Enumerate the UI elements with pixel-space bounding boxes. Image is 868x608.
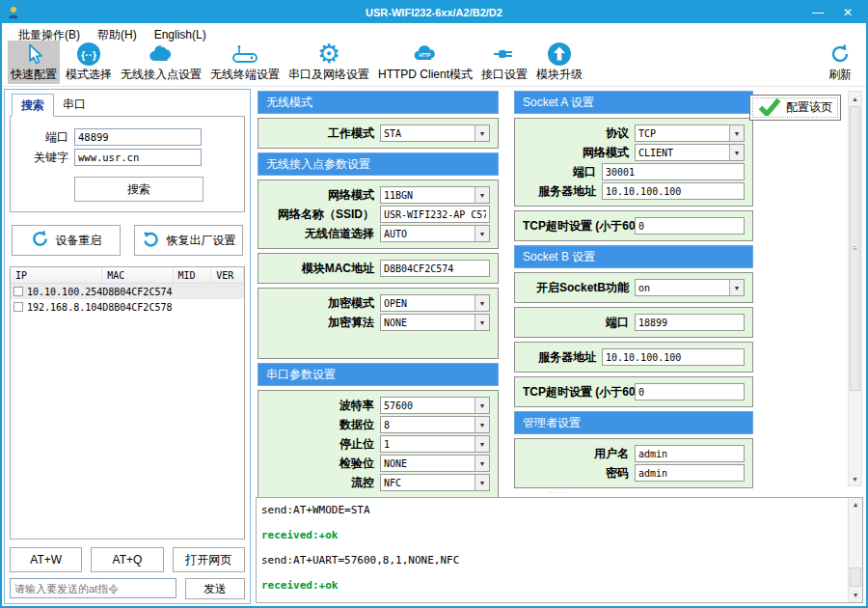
tab-serial[interactable]: 串口	[54, 94, 95, 117]
scroll-up-icon[interactable]: ▲	[849, 92, 861, 105]
socket-a-port-label: 端口	[523, 164, 602, 180]
toolbar-serial-network-settings[interactable]: ⚙ 串口及网络设置	[285, 41, 372, 84]
chevron-down-icon[interactable]: ▼	[475, 475, 489, 490]
log-line: send:AT+UART=57600,8,1,NONE,NFC	[261, 554, 843, 567]
channel-select[interactable]: AUTO ▼	[380, 225, 490, 242]
port-input[interactable]	[74, 128, 202, 146]
at-q-button[interactable]: AT+Q	[91, 547, 163, 572]
baud-select[interactable]: 57600 ▼	[380, 397, 490, 414]
toolbar-wireless-terminal-settings-label: 无线终端设置	[210, 67, 280, 83]
send-button[interactable]: 发送	[185, 578, 245, 599]
chevron-down-icon[interactable]: ▼	[475, 417, 489, 432]
protocol-select[interactable]: TCP ▼	[635, 124, 745, 142]
toolbar-wireless-ap-settings[interactable]: 无线接入点设置	[118, 41, 204, 84]
scroll-down-icon[interactable]: ▼	[849, 472, 861, 485]
row-mac: D8B04CF2C578	[102, 302, 173, 313]
socket-b-enable-select[interactable]: on ▼	[635, 279, 745, 296]
log-scrollbar[interactable]: ▲ ▼	[848, 498, 862, 602]
net-mode-value: 11BGN	[381, 190, 475, 201]
scrollbar-thumb[interactable]: ≡	[850, 106, 860, 391]
stop-bits-label: 停止位	[266, 436, 380, 453]
chevron-down-icon[interactable]: ▼	[475, 436, 489, 452]
chevron-down-icon[interactable]: ▼	[475, 456, 489, 471]
chevron-down-icon[interactable]: ▼	[475, 315, 489, 330]
flow-select[interactable]: NFC ▼	[380, 474, 490, 491]
log-area[interactable]: send:AT+WMODE=STA received:+ok send:AT+U…	[256, 497, 863, 603]
enc-alg-select[interactable]: NONE ▼	[380, 314, 490, 331]
minimize-button[interactable]: —	[812, 6, 824, 19]
parity-select[interactable]: NONE ▼	[380, 455, 490, 472]
search-button[interactable]: 搜索	[74, 177, 203, 202]
row-checkbox[interactable]	[14, 302, 23, 312]
at-command-input[interactable]	[10, 578, 176, 598]
config-column-1: 无线模式 工作模式 STA ▼ 无线接入点参数设置 网络	[258, 91, 499, 488]
socket-a-timeout-input[interactable]	[635, 217, 745, 235]
flow-label: 流控	[266, 475, 380, 491]
toolbar-quick-config-label: 快速配置	[11, 67, 57, 83]
mac-input[interactable]	[380, 260, 490, 277]
stop-bits-select[interactable]: 1 ▼	[380, 435, 490, 453]
username-input[interactable]	[635, 445, 745, 462]
password-input[interactable]	[635, 464, 745, 482]
work-mode-select[interactable]: STA ▼	[380, 124, 490, 142]
col-ver[interactable]: VER	[211, 267, 244, 283]
data-bits-value: 8	[381, 420, 475, 430]
col-mac[interactable]: MAC	[102, 267, 173, 283]
wireless-mode-box: 工作模式 STA ▼	[258, 118, 499, 149]
open-webpage-button[interactable]: 打开网页	[173, 547, 245, 572]
parity-label: 检验位	[266, 456, 380, 472]
ssid-label: 网络名称（SSID）	[266, 207, 380, 223]
socket-b-port-input[interactable]	[635, 314, 745, 331]
chevron-down-icon[interactable]: ▼	[475, 226, 489, 241]
data-bits-select[interactable]: 8 ▼	[380, 416, 490, 433]
toolbar-httpd-client-mode[interactable]: HTTP HTTPD Client模式	[375, 41, 475, 84]
chevron-down-icon[interactable]: ▼	[729, 280, 744, 295]
close-button[interactable]: ✕	[843, 6, 853, 19]
socket-b-server-input[interactable]	[602, 348, 745, 366]
socket-a-server-input[interactable]	[602, 182, 745, 200]
toolbar-mode-select[interactable]: {··} 模式选择	[63, 41, 115, 84]
keyword-input[interactable]	[74, 149, 202, 166]
at-w-button[interactable]: AT+W	[10, 547, 82, 572]
chevron-down-icon[interactable]: ▼	[729, 145, 744, 160]
http-cloud-icon: HTTP	[412, 41, 439, 67]
socket-b-enable-box: 开启SocketB功能 on ▼	[514, 272, 753, 303]
apply-page-button[interactable]: 配置该页	[749, 95, 841, 121]
chevron-down-icon[interactable]: ▼	[475, 398, 489, 413]
password-label: 密码	[523, 465, 635, 482]
socket-b-timeout-input[interactable]	[635, 383, 745, 401]
socket-a-port-input[interactable]	[602, 163, 745, 180]
scrollbar-thumb[interactable]	[850, 567, 861, 587]
col-mid[interactable]: MID	[174, 267, 212, 283]
table-row[interactable]: 10.10.100.254 D8B04CF2C574	[11, 284, 244, 299]
row-checkbox[interactable]	[14, 287, 23, 296]
toolbar-module-upgrade[interactable]: 模块升级	[533, 41, 585, 84]
grip-icon: ≡	[853, 244, 857, 253]
device-restart-button[interactable]: 设备重启	[12, 225, 121, 256]
col-ip[interactable]: IP	[11, 267, 102, 283]
enc-mode-select[interactable]: OPEN ▼	[380, 294, 490, 312]
toolbar-quick-config[interactable]: 快速配置	[8, 41, 60, 84]
toolbar-refresh[interactable]: 刷新	[826, 41, 854, 84]
socket-a-server-label: 服务器地址	[523, 183, 602, 200]
router-icon	[231, 41, 259, 67]
chevron-down-icon[interactable]: ▼	[729, 125, 744, 141]
chevron-down-icon[interactable]: ▼	[475, 125, 489, 141]
chevron-down-icon[interactable]: ▼	[475, 187, 489, 203]
left-tabs: 搜索 串口	[12, 94, 245, 117]
scroll-down-icon[interactable]: ▼	[849, 589, 862, 602]
factory-reset-button[interactable]: 恢复出厂设置	[134, 225, 243, 256]
config-scrollbar[interactable]: ▲ ≡ ▼	[848, 91, 862, 486]
table-row[interactable]: 192.168.8.104 D8B04CF2C578	[11, 299, 244, 315]
enc-alg-value: NONE	[381, 318, 475, 328]
tab-search[interactable]: 搜索	[12, 94, 54, 117]
net-mode-select[interactable]: 11BGN ▼	[380, 186, 490, 204]
toolbar-interface-settings[interactable]: 接口设置	[478, 41, 530, 84]
log-line: received:+ok	[261, 529, 843, 541]
scroll-up-icon[interactable]: ▲	[849, 498, 862, 511]
braces-icon: {··}	[76, 41, 101, 67]
chevron-down-icon[interactable]: ▼	[475, 295, 489, 311]
socket-a-net-mode-select[interactable]: CLIENT ▼	[635, 144, 745, 161]
ssid-input[interactable]	[380, 206, 490, 223]
toolbar-wireless-terminal-settings[interactable]: 无线终端设置	[207, 41, 283, 84]
